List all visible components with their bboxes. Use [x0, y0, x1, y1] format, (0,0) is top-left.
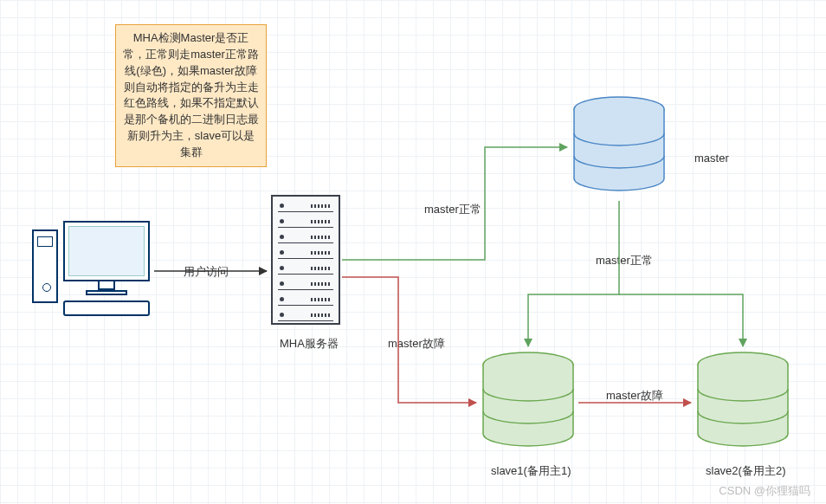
- annotation-text: MHA检测Master是否正常，正常则走master正常路线(绿色)，如果mas…: [123, 31, 259, 158]
- master-fault-left-label: master故障: [388, 336, 445, 352]
- slave2-db-icon: [695, 351, 791, 455]
- edge-master-slave2: [619, 294, 743, 346]
- slave1-db-label: slave1(备用主1): [491, 463, 571, 479]
- diagram-canvas: MHA检测Master是否正常，正常则走master正常路线(绿色)，如果mas…: [0, 0, 826, 504]
- master-normal-right-label: master正常: [596, 253, 653, 268]
- watermark: CSDN @你狸猫吗: [719, 483, 810, 499]
- master-fault-right-label: master故障: [606, 388, 663, 404]
- mha-server-icon: [271, 195, 340, 325]
- slave1-db-icon: [481, 351, 576, 455]
- client-computer-icon: [32, 221, 153, 325]
- master-db-label: master: [694, 152, 729, 165]
- master-db-icon: [571, 95, 667, 199]
- keyboard-icon: [63, 300, 150, 316]
- user-access-label: 用户访问: [184, 264, 229, 280]
- tower-icon: [32, 229, 58, 303]
- monitor-icon: [63, 221, 150, 281]
- mha-server-label: MHA服务器: [280, 336, 339, 352]
- annotation-note: MHA检测Master是否正常，正常则走master正常路线(绿色)，如果mas…: [115, 24, 267, 167]
- master-normal-top-label: master正常: [424, 202, 481, 217]
- slave2-db-label: slave2(备用主2): [706, 463, 785, 479]
- edge-master-slave1: [528, 201, 619, 346]
